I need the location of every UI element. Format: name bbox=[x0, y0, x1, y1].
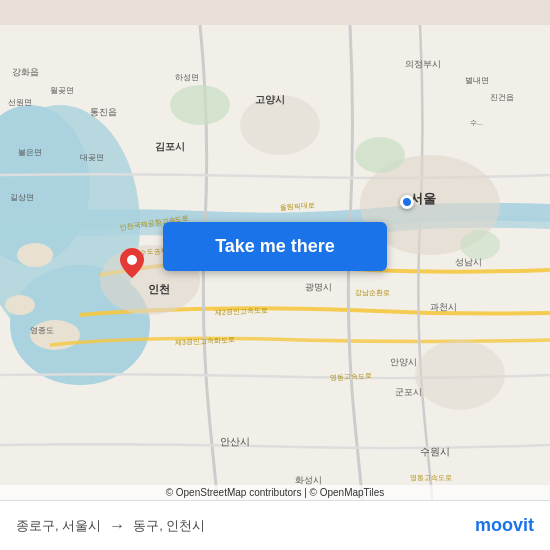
svg-text:영종도: 영종도 bbox=[30, 326, 54, 335]
svg-text:별내면: 별내면 bbox=[465, 76, 489, 85]
svg-point-6 bbox=[5, 295, 35, 315]
bottom-bar: 종로구, 서울시 → 동구, 인천시 moovit bbox=[0, 500, 550, 550]
svg-text:대곶면: 대곶면 bbox=[80, 153, 104, 162]
svg-text:선원면: 선원면 bbox=[8, 98, 32, 107]
from-location: 종로구, 서울시 bbox=[16, 517, 101, 535]
svg-text:하성면: 하성면 bbox=[175, 73, 199, 82]
take-me-there-button[interactable]: Take me there bbox=[163, 222, 387, 271]
svg-text:강남순환로: 강남순환로 bbox=[355, 289, 390, 297]
map-container: 강화읍 선원면 통진읍 하성면 월곶면 불은면 길상면 대곶면 김포시 고양시 … bbox=[0, 0, 550, 550]
svg-text:길상면: 길상면 bbox=[10, 193, 34, 202]
map-background: 강화읍 선원면 통진읍 하성면 월곶면 불은면 길상면 대곶면 김포시 고양시 … bbox=[0, 0, 550, 550]
svg-text:불은면: 불은면 bbox=[18, 148, 42, 157]
svg-point-4 bbox=[17, 243, 53, 267]
svg-text:화성시: 화성시 bbox=[295, 475, 322, 485]
svg-text:수원시: 수원시 bbox=[420, 446, 450, 457]
route-info: 종로구, 서울시 → 동구, 인천시 bbox=[16, 517, 475, 535]
svg-text:수...: 수... bbox=[470, 119, 483, 126]
svg-text:의정부시: 의정부시 bbox=[405, 59, 441, 69]
svg-text:통진읍: 통진읍 bbox=[90, 107, 117, 117]
svg-point-13 bbox=[460, 230, 500, 260]
svg-text:안양시: 안양시 bbox=[390, 357, 417, 367]
moovit-logo: moovit bbox=[475, 515, 534, 536]
map-attribution: © OpenStreetMap contributors | © OpenMap… bbox=[0, 485, 550, 500]
svg-text:인천: 인천 bbox=[148, 283, 170, 295]
origin-marker bbox=[400, 195, 414, 209]
svg-text:과천시: 과천시 bbox=[430, 302, 457, 312]
svg-text:영동고속도로: 영동고속도로 bbox=[410, 474, 452, 482]
svg-text:성남시: 성남시 bbox=[455, 257, 482, 267]
svg-text:광명시: 광명시 bbox=[305, 282, 332, 292]
svg-point-12 bbox=[170, 85, 230, 125]
svg-text:진건읍: 진건읍 bbox=[490, 93, 514, 102]
to-location: 동구, 인천시 bbox=[133, 517, 205, 535]
destination-marker bbox=[120, 248, 144, 278]
svg-text:서울: 서울 bbox=[410, 191, 436, 206]
svg-text:안산시: 안산시 bbox=[220, 436, 250, 447]
svg-point-47 bbox=[127, 255, 137, 265]
svg-text:군포시: 군포시 bbox=[395, 387, 422, 397]
svg-text:고양시: 고양시 bbox=[255, 94, 285, 105]
svg-text:김포시: 김포시 bbox=[155, 141, 185, 152]
svg-text:강화읍: 강화읍 bbox=[12, 67, 39, 77]
svg-text:월곶면: 월곶면 bbox=[50, 86, 74, 95]
svg-point-10 bbox=[415, 340, 505, 410]
arrow-icon: → bbox=[109, 517, 125, 535]
svg-point-11 bbox=[355, 137, 405, 173]
